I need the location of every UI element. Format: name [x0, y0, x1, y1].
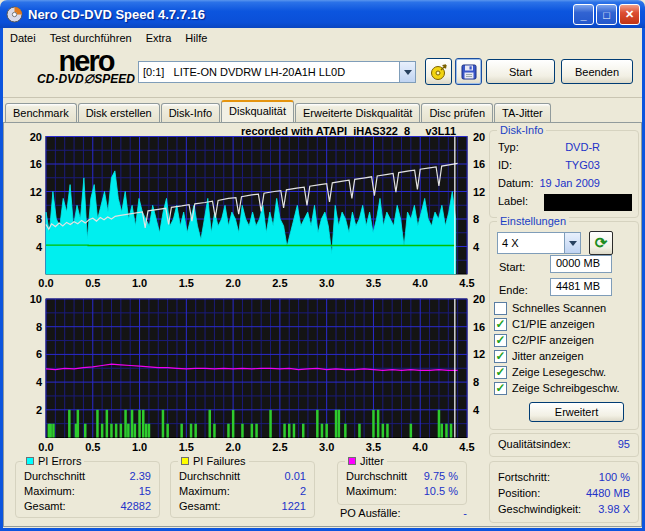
checkbox-schnelles-scannen[interactable]: Schnelles Scannen	[494, 301, 606, 315]
svg-text:8: 8	[36, 321, 42, 333]
progress-value: 3.98 X	[598, 503, 630, 515]
checkbox-label: C1/PIE anzeigen	[512, 318, 595, 330]
pi-failures-row: Maximum:2	[179, 485, 306, 497]
refresh-disc-button[interactable]: ⟳	[589, 231, 613, 255]
menu-item-datei[interactable]: Datei	[3, 30, 43, 46]
menu-item-hilfe[interactable]: Hilfe	[178, 30, 214, 46]
svg-text:20: 20	[473, 294, 485, 305]
svg-text:8: 8	[36, 213, 42, 225]
svg-text:10: 10	[30, 294, 42, 305]
pi-failures-title: PI Failures	[178, 455, 249, 467]
svg-text:1.5: 1.5	[179, 277, 194, 289]
svg-text:1.0: 1.0	[132, 441, 147, 453]
checked-checkbox-icon[interactable]: ✓	[494, 350, 507, 363]
chevron-down-icon[interactable]	[399, 62, 415, 82]
pi-errors-group: PI ErrorsDurchschnitt2.39Maximum:15Gesam…	[15, 461, 160, 518]
svg-text:8: 8	[473, 376, 479, 388]
minimize-button[interactable]: _	[573, 4, 594, 25]
quit-button[interactable]: Beenden	[561, 59, 633, 84]
svg-text:12: 12	[473, 348, 485, 360]
svg-text:3.5: 3.5	[366, 277, 381, 289]
progress-value: 100 %	[599, 471, 630, 483]
pi-errors-swatch-icon	[26, 457, 34, 465]
disk-info-value: TYG03	[565, 159, 600, 171]
save-button[interactable]	[455, 58, 482, 85]
svg-text:2.0: 2.0	[225, 277, 240, 289]
nero-logo-text: nero	[31, 49, 141, 74]
tab-ta-jitter[interactable]: TA-Jitter	[494, 103, 551, 122]
disk-info-label: ID:	[498, 159, 512, 171]
disk-info-row: Typ:DVD-R	[498, 141, 630, 153]
start-field[interactable]: 0000 MB	[550, 255, 612, 273]
quality-index-row: Qualitätsindex: 95	[498, 438, 630, 450]
checked-checkbox-icon[interactable]: ✓	[494, 318, 507, 331]
disk-info-value: DVD-R	[565, 141, 600, 153]
jitter-row: Durchschnitt9.75 %	[346, 470, 458, 482]
toolbar: nero CD·DVD∅SPEED [0:1] LITE-ON DVDRW LH…	[3, 47, 642, 98]
menu-item-extra[interactable]: Extra	[139, 30, 179, 46]
svg-text:2.5: 2.5	[272, 441, 287, 453]
menu-item-test-durchf-hren[interactable]: Test durchführen	[43, 30, 139, 46]
start-field-label: Start:	[499, 261, 525, 273]
svg-text:4: 4	[36, 376, 43, 388]
cdspeed-logo-text: CD·DVD∅SPEED	[31, 74, 141, 85]
jitter-value: 9.75 %	[424, 470, 458, 482]
disk-label-redacted	[544, 194, 632, 211]
svg-text:4: 4	[473, 404, 480, 416]
svg-text:1.5: 1.5	[179, 441, 194, 453]
pi-errors-row: Gesamt:42882	[24, 500, 151, 512]
advanced-button[interactable]: Erweitert	[529, 402, 624, 422]
svg-text:0.5: 0.5	[85, 277, 100, 289]
chevron-down-icon[interactable]	[564, 233, 580, 253]
checkbox-c1-pie-anzeigen[interactable]: ✓C1/PIE anzeigen	[494, 317, 595, 331]
tab-disc-pr-fen[interactable]: Disc prüfen	[421, 103, 493, 122]
drive-select[interactable]: [0:1] LITE-ON DVDRW LH-20A1H LL0D	[138, 61, 416, 83]
tab-benchmark[interactable]: Benchmark	[5, 103, 77, 122]
checked-checkbox-icon[interactable]: ✓	[494, 382, 507, 395]
start-button[interactable]: Start	[486, 59, 555, 84]
svg-text:3.0: 3.0	[319, 277, 334, 289]
svg-text:2.5: 2.5	[272, 277, 287, 289]
tab-erweiterte-diskqualit-t[interactable]: Erweiterte Diskqualität	[295, 103, 420, 122]
pi-errors-row: Maximum:15	[24, 485, 151, 497]
progress-row: Position:4480 MB	[498, 487, 630, 499]
pi-errors-row: Durchschnitt2.39	[24, 470, 151, 482]
speed-select[interactable]: 4 X	[497, 232, 581, 254]
pi-failures-group: PI FailuresDurchschnitt0.01Maximum:2Gesa…	[170, 461, 315, 518]
tab-disk-info[interactable]: Disk-Info	[161, 103, 220, 122]
checkbox-jitter-anzeigen[interactable]: ✓Jitter anzeigen	[494, 349, 584, 363]
svg-text:16: 16	[30, 158, 42, 170]
checkbox-zeige-schreibgeschw-[interactable]: ✓Zeige Schreibgeschw.	[494, 381, 620, 395]
disk-info-row: ID:TYG03	[498, 159, 630, 171]
svg-text:0.0: 0.0	[38, 277, 53, 289]
pi-errors-label: Maximum:	[24, 485, 75, 497]
pi-errors-value: 2.39	[130, 470, 151, 482]
end-field-label: Ende:	[499, 284, 528, 296]
progress-value: 4480 MB	[586, 487, 630, 499]
maximize-button[interactable]: □	[596, 4, 617, 25]
disk-info-group: Disk-Info Typ:DVD-RID:TYG03Datum:19 Jan …	[489, 130, 639, 218]
app-window: Nero CD-DVD Speed 4.7.7.16 _ □ ✕ DateiTe…	[0, 0, 645, 531]
unchecked-checkbox-icon[interactable]	[494, 302, 507, 315]
po-failures-value: -	[463, 507, 467, 519]
svg-text:0.5: 0.5	[85, 441, 100, 453]
progress-label: Position:	[498, 487, 540, 499]
tab-disk-erstellen[interactable]: Disk erstellen	[78, 103, 160, 122]
checked-checkbox-icon[interactable]: ✓	[494, 334, 507, 347]
close-button[interactable]: ✕	[619, 4, 640, 25]
jitter-label: Maximum:	[346, 485, 397, 497]
svg-text:8: 8	[473, 213, 479, 225]
tab-diskqualit-t[interactable]: Diskqualität	[221, 100, 294, 122]
checkbox-c2-pif-anzeigen[interactable]: ✓C2/PIF anzeigen	[494, 333, 594, 347]
pi-failures-value: 2	[300, 485, 306, 497]
pi-errors-title: PI Errors	[23, 455, 84, 467]
disk-info-label: Datum:	[498, 177, 533, 189]
pi-failures-row: Durchschnitt0.01	[179, 470, 306, 482]
svg-text:12: 12	[473, 186, 485, 198]
svg-text:6: 6	[36, 348, 42, 360]
eject-disc-button[interactable]	[425, 58, 452, 85]
checkbox-zeige-lesegeschw-[interactable]: ✓Zeige Lesegeschw.	[494, 365, 606, 379]
end-field[interactable]: 4481 MB	[550, 278, 612, 296]
checked-checkbox-icon[interactable]: ✓	[494, 366, 507, 379]
po-failures-label: PO Ausfälle:	[340, 507, 401, 519]
